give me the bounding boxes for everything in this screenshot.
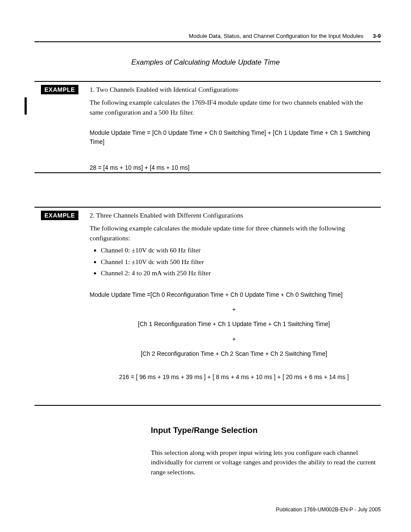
header-rule — [34, 41, 381, 42]
example-1-result: 28 = [4 ms + 10 ms] + [4 ms + 10 ms] — [90, 163, 378, 172]
example-2-formula-line3: [Ch 2 Reconfiguration Time + Ch 2 Scan T… — [90, 349, 378, 358]
example-2-formula-line1: Module Update Time =[Ch 0 Reconfiguratio… — [90, 290, 378, 299]
example-1-content: 1. Two Channels Enabled with Identical C… — [90, 85, 378, 172]
example-1-formulas: Module Update Time = [Ch 0 Update Time +… — [90, 128, 378, 172]
plus-sign: + — [90, 335, 378, 343]
list-item: Channel 0: ±10V dc with 60 Hz filter — [101, 246, 378, 255]
example-1-title: 1. Two Channels Enabled with Identical C… — [90, 85, 378, 94]
example-1-formula: Module Update Time = [Ch 0 Update Time +… — [90, 128, 378, 146]
example-2-content: 2. Three Channels Enabled with Different… — [90, 211, 378, 382]
example-2-intro: The following example calculates the mod… — [90, 224, 378, 243]
list-item: Channel 2: 4 to 20 mA with 250 Hz filter — [101, 268, 378, 278]
example-2-title: 2. Three Channels Enabled with Different… — [90, 211, 378, 220]
example-2-box: EXAMPLE 2. Three Channels Enabled with D… — [34, 207, 381, 406]
example-1-intro: The following example calculates the 176… — [90, 98, 378, 117]
page: Module Data, Status, and Channel Configu… — [0, 0, 411, 532]
section-body: This selection along with proper input w… — [151, 448, 381, 477]
plus-sign: + — [90, 305, 378, 314]
example-1-box: EXAMPLE 1. Two Channels Enabled with Ide… — [34, 81, 381, 173]
list-item: Channel 1: ±10V dc with 500 Hz filter — [101, 257, 378, 267]
examples-subhead: Examples of Calculating Module Update Ti… — [0, 58, 411, 67]
example-2-result: 216 = [ 96 ms + 19 ms + 39 ms ] + [ 8 ms… — [90, 373, 378, 381]
example-2-bullets: Channel 0: ±10V dc with 60 Hz filter Cha… — [91, 246, 378, 278]
running-header: Module Data, Status, and Channel Configu… — [34, 33, 381, 41]
running-title: Module Data, Status, and Channel Configu… — [189, 33, 363, 39]
publication-footer: Publication 1769-UM002B-EN-P - July 2005 — [276, 507, 381, 513]
example-2-formulas: Module Update Time =[Ch 0 Reconfiguratio… — [90, 290, 378, 382]
revision-bar — [25, 97, 27, 115]
example-label: EXAMPLE — [41, 211, 78, 220]
page-number: 3-9 — [373, 33, 381, 39]
example-2-formula-line2: [Ch 1 Reconfiguration Time + Ch 1 Update… — [90, 320, 378, 328]
example-label: EXAMPLE — [41, 85, 78, 94]
section-heading: Input Type/Range Selection — [151, 426, 258, 435]
